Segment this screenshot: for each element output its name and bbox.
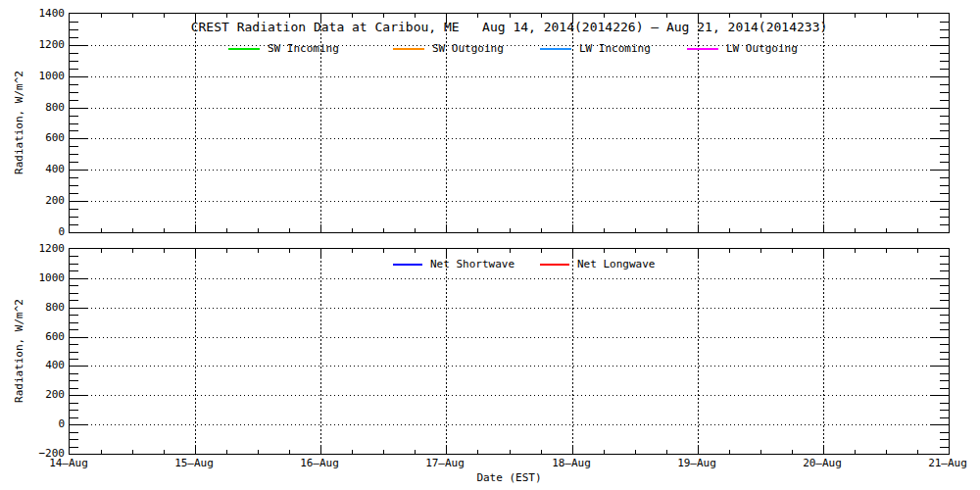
tick-mark [604, 249, 605, 253]
tick-mark [760, 14, 761, 18]
y-tick-label: 1000 [22, 71, 65, 81]
tick-mark [132, 228, 133, 232]
tick-mark [70, 388, 78, 389]
tick-mark [70, 300, 78, 301]
gridline-horizontal [87, 366, 931, 367]
gridline-vertical [195, 249, 196, 454]
gridline-horizontal [87, 308, 931, 309]
tick-mark [289, 450, 290, 454]
tick-mark [70, 285, 78, 286]
tick-mark [70, 162, 78, 163]
y-axis-title-top: Radiation, W/m^2 [13, 71, 25, 174]
tick-mark [70, 410, 78, 411]
tick-mark [195, 249, 196, 257]
tick-mark [70, 61, 78, 62]
tick-mark [666, 14, 667, 18]
tick-mark [510, 14, 511, 18]
y-tick-label: 800 [22, 102, 65, 113]
x-tick-label: 19–Aug [674, 458, 719, 468]
gridline-vertical [446, 249, 447, 454]
tick-mark [70, 439, 78, 440]
tick-mark [635, 450, 636, 454]
legend-label: LW Outgoing [726, 42, 798, 55]
tick-mark [940, 84, 949, 85]
tick-mark [226, 14, 227, 18]
tick-mark [70, 177, 78, 178]
tick-mark [226, 450, 227, 454]
tick-mark [940, 193, 949, 194]
tick-mark [70, 432, 78, 433]
tick-mark [510, 228, 511, 232]
gridline-vertical [572, 249, 573, 454]
tick-mark [70, 130, 78, 131]
gridline-horizontal [87, 45, 931, 46]
tick-mark [70, 138, 87, 139]
gridline-horizontal [87, 278, 931, 279]
tick-mark [70, 146, 78, 147]
tick-mark [258, 450, 259, 454]
tick-mark [132, 14, 133, 18]
legend-item: SW Incoming [228, 42, 339, 55]
tick-mark [541, 228, 542, 232]
y-tick-label: 800 [22, 302, 65, 313]
tick-mark [940, 185, 949, 186]
tick-mark [940, 270, 949, 271]
gridline-vertical [195, 14, 196, 232]
tick-mark [352, 249, 353, 253]
tick-mark [940, 322, 949, 323]
tick-mark [70, 201, 87, 202]
tick-mark [931, 138, 949, 139]
gridline-horizontal [87, 201, 931, 202]
tick-mark [572, 224, 573, 232]
tick-mark [729, 228, 730, 232]
tick-mark [931, 308, 949, 309]
tick-mark [698, 249, 699, 257]
tick-mark [320, 224, 321, 232]
tick-mark [940, 224, 949, 225]
tick-mark [195, 224, 196, 232]
tick-mark [70, 116, 78, 117]
tick-mark [70, 417, 78, 418]
tick-mark [572, 249, 573, 257]
tick-mark [101, 450, 102, 454]
tick-mark [383, 228, 384, 232]
tick-mark [940, 256, 949, 257]
tick-mark [70, 264, 78, 265]
tick-mark [760, 450, 761, 454]
tick-mark [635, 14, 636, 18]
tick-mark [70, 395, 87, 396]
tick-mark [940, 380, 949, 381]
tick-mark [70, 108, 87, 109]
tick-mark [70, 424, 87, 425]
tick-mark [415, 450, 416, 454]
tick-mark [940, 100, 949, 101]
tick-mark [70, 329, 78, 330]
legend-item: Net Longwave [540, 258, 655, 270]
tick-mark [541, 249, 542, 253]
tick-mark [940, 315, 949, 316]
y-tick-label: 600 [22, 331, 65, 342]
tick-mark [940, 92, 949, 93]
x-tick-label: 15–Aug [172, 458, 217, 468]
legend-item: SW Outgoing [393, 42, 504, 55]
legend-label: Net Shortwave [430, 258, 514, 270]
legend-swatch [540, 48, 571, 50]
legend-swatch [228, 48, 260, 50]
gridline-vertical [698, 249, 699, 454]
gridline-horizontal [87, 76, 931, 77]
tick-mark [101, 249, 102, 253]
tick-mark [446, 249, 447, 257]
legend-label: Net Longwave [577, 258, 655, 270]
tick-mark [352, 450, 353, 454]
tick-mark [792, 228, 793, 232]
tick-mark [195, 14, 196, 22]
tick-mark [572, 14, 573, 22]
tick-mark [70, 278, 87, 279]
tick-mark [931, 170, 949, 171]
tick-mark [383, 14, 384, 18]
y-tick-label: 600 [22, 132, 65, 143]
y-tick-label: 1000 [22, 272, 65, 283]
y-tick-label: 1200 [22, 243, 65, 254]
tick-mark [917, 450, 918, 454]
legend-swatch [687, 48, 718, 50]
